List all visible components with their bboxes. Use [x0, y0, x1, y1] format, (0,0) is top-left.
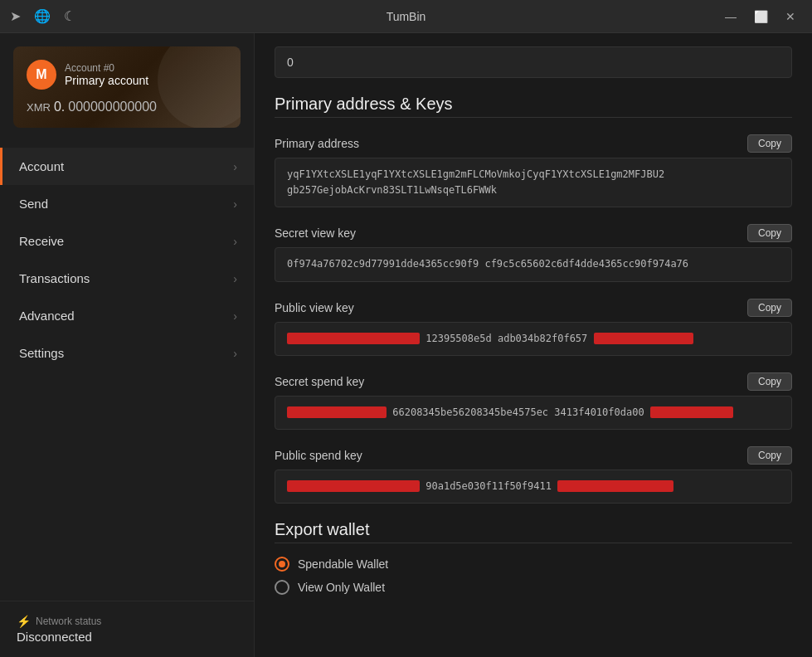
sidebar-item-advanced-label: Advanced	[19, 309, 75, 323]
content-area: 0 Primary address & Keys Primary address…	[255, 33, 812, 657]
top-input-row: 0	[275, 46, 792, 78]
copy-secret-spend-key-button[interactable]: Copy	[747, 372, 792, 391]
globe-icon[interactable]: 🌐	[34, 8, 51, 24]
primary-address-label: Primary address	[275, 137, 359, 150]
lightning-icon: ⚡	[17, 615, 31, 628]
view-only-wallet-row: View Only Wallet	[275, 580, 792, 595]
spendable-wallet-row: Spendable Wallet	[275, 557, 792, 572]
chevron-icon-account: ›	[233, 160, 237, 173]
back-icon[interactable]: ➤	[10, 8, 21, 24]
primary-address-text-2: gb257GejobAcKrvn83SLT1LwNsqeTL6FWWk	[287, 184, 497, 196]
app-title: TumBin	[387, 10, 426, 23]
public-view-key-label: Public view key	[275, 301, 354, 314]
sidebar-item-send[interactable]: Send ›	[0, 185, 254, 222]
public-spend-key-value: 90a1d5e030f11f50f9411	[275, 470, 792, 504]
secret-view-key-label: Secret view key	[275, 226, 356, 240]
sidebar-item-receive-label: Receive	[19, 234, 64, 248]
spendable-wallet-label: Spendable Wallet	[298, 557, 388, 571]
network-status-value: Disconnected	[17, 630, 237, 644]
primary-address-value: yqF1YXtcXSLE1yqF1YXtcXSLE1gm2mFLCMoVmkoj…	[275, 158, 792, 207]
sidebar-item-receive[interactable]: Receive ›	[0, 222, 254, 260]
public-view-key-redacted-1	[287, 333, 420, 344]
export-wallet-title: Export wallet	[275, 520, 792, 539]
view-only-wallet-label: View Only Wallet	[298, 581, 385, 594]
public-view-key-redacted-2	[594, 333, 693, 344]
nav-items: Account › Send › Receive › Transactions …	[0, 148, 254, 601]
title-bar: ➤ 🌐 ☾ TumBin — ⬜ ✕	[0, 0, 812, 33]
sidebar-item-settings-label: Settings	[19, 346, 64, 360]
balance-whole: 0.	[54, 100, 65, 114]
primary-address-header: Primary address Copy	[275, 134, 792, 153]
copy-public-view-key-button[interactable]: Copy	[747, 299, 792, 317]
xmr-label: XMR	[27, 101, 51, 114]
sidebar-item-advanced[interactable]: Advanced ›	[0, 297, 254, 334]
export-divider	[275, 543, 792, 543]
content-inner: 0 Primary address & Keys Primary address…	[255, 33, 812, 636]
secret-spend-key-redacted-1	[287, 406, 387, 418]
sidebar-bottom: ⚡ Network status Disconnected	[0, 601, 254, 657]
public-spend-key-label: Public spend key	[275, 449, 362, 462]
network-status-label: ⚡ Network status	[17, 615, 237, 628]
chevron-icon-receive: ›	[233, 235, 237, 248]
secret-spend-key-value: 66208345be56208345be4575ec 3413f4010f0da…	[275, 396, 792, 430]
monero-logo: M	[27, 60, 56, 90]
secret-spend-key-redacted-2	[650, 406, 733, 418]
top-value-box: 0	[275, 46, 792, 78]
account-header: M Account #0 Primary account	[27, 60, 227, 90]
account-card: M Account #0 Primary account XMR 0.00000…	[13, 46, 241, 128]
section-title: Primary address & Keys	[275, 95, 792, 114]
copy-primary-address-button[interactable]: Copy	[747, 134, 792, 153]
public-view-key-value: 12395508e5d adb034b82f0f657	[275, 322, 792, 356]
public-spend-key-header: Public spend key Copy	[275, 446, 792, 465]
export-wallet-section: Export wallet Spendable Wallet View Only…	[275, 520, 792, 595]
primary-address-text-1: yqF1YXtcXSLE1yqF1YXtcXSLE1gm2mFLCMoVmkoj…	[287, 168, 664, 180]
secret-view-key-value: 0f974a76702c9d77991dde4365cc90f9 cf9c5c6…	[275, 247, 792, 281]
close-button[interactable]: ✕	[779, 5, 802, 28]
sidebar-item-transactions[interactable]: Transactions ›	[0, 260, 254, 297]
chevron-icon-settings: ›	[233, 347, 237, 360]
account-name: Primary account	[65, 74, 148, 87]
sidebar-item-transactions-label: Transactions	[19, 271, 90, 285]
secret-spend-key-header: Secret spend key Copy	[275, 372, 792, 391]
title-bar-left: ➤ 🌐 ☾	[10, 8, 75, 24]
copy-public-spend-key-button[interactable]: Copy	[747, 446, 792, 465]
chevron-icon-send: ›	[233, 197, 237, 211]
secret-spend-key-row: Secret spend key Copy 66208345be56208345…	[275, 372, 792, 430]
view-only-wallet-radio[interactable]	[275, 580, 289, 595]
account-info: Account #0 Primary account	[65, 62, 148, 87]
minimize-button[interactable]: —	[719, 5, 742, 28]
title-bar-right: — ⬜ ✕	[719, 5, 802, 28]
public-spend-key-redacted-2	[557, 480, 673, 492]
sidebar: M Account #0 Primary account XMR 0.00000…	[0, 33, 255, 657]
primary-address-row: Primary address Copy yqF1YXtcXSLE1yqF1YX…	[275, 134, 792, 207]
secret-view-key-row: Secret view key Copy 0f974a76702c9d77991…	[275, 224, 792, 281]
moon-icon[interactable]: ☾	[64, 8, 75, 24]
section-divider	[275, 117, 792, 118]
chevron-icon-advanced: ›	[233, 309, 237, 323]
account-number: Account #0	[65, 62, 148, 74]
maximize-button[interactable]: ⬜	[749, 5, 772, 28]
public-view-key-header: Public view key Copy	[275, 299, 792, 317]
public-spend-key-row: Public spend key Copy 90a1d5e030f11f50f9…	[275, 446, 792, 504]
sidebar-item-account[interactable]: Account ›	[0, 148, 254, 185]
spendable-wallet-radio[interactable]	[275, 557, 289, 572]
sidebar-item-account-label: Account	[19, 159, 64, 173]
balance-decimal: 000000000000	[68, 100, 157, 114]
sidebar-item-send-label: Send	[19, 197, 48, 211]
copy-secret-view-key-button[interactable]: Copy	[747, 224, 792, 242]
secret-view-key-header: Secret view key Copy	[275, 224, 792, 242]
balance-row: XMR 0.000000000000	[27, 100, 227, 114]
public-spend-key-redacted-1	[287, 480, 420, 492]
main-layout: M Account #0 Primary account XMR 0.00000…	[0, 33, 812, 657]
public-view-key-row: Public view key Copy 12395508e5d adb034b…	[275, 299, 792, 356]
chevron-icon-transactions: ›	[233, 272, 237, 285]
secret-spend-key-label: Secret spend key	[275, 375, 364, 388]
sidebar-item-settings[interactable]: Settings ›	[0, 334, 254, 372]
